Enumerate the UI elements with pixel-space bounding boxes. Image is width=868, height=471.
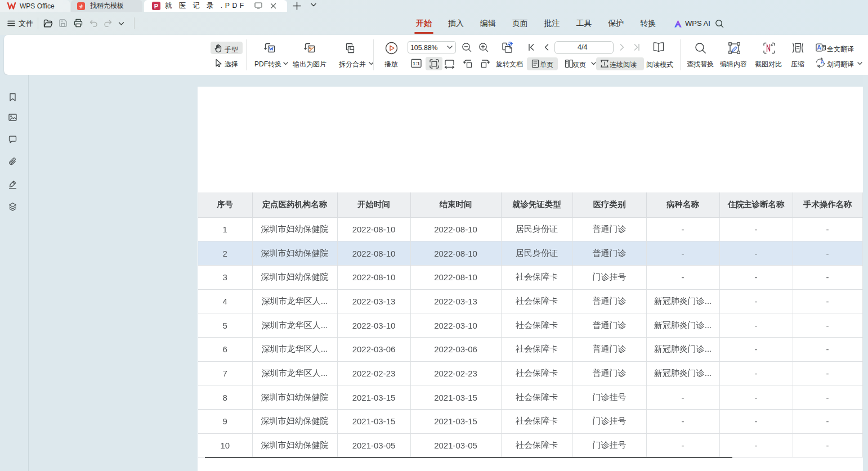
svg-text:x: x	[817, 63, 819, 68]
svg-text:A: A	[821, 59, 825, 65]
svg-text:P: P	[154, 3, 158, 10]
svg-text:1:1: 1:1	[413, 61, 420, 66]
svg-text:A: A	[817, 44, 821, 51]
